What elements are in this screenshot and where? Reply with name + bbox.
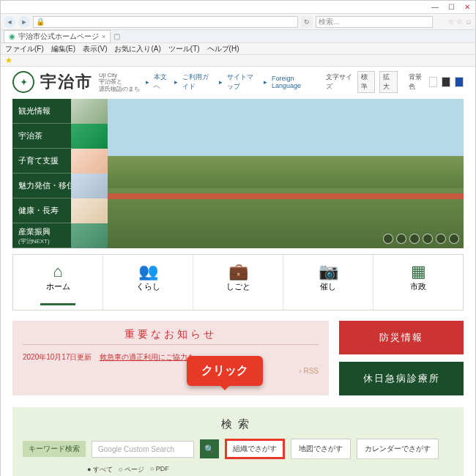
notice-title: 重要なお知らせ: [23, 328, 319, 345]
notice-panel: 重要なお知らせ 2020年10月17日更新 救急車の適正利用にご協力を › RS…: [12, 321, 329, 395]
menu-help[interactable]: ヘルプ(H): [207, 44, 239, 54]
notice-link[interactable]: 救急車の適正利用にご協力を: [100, 352, 195, 362]
menu-edit[interactable]: 編集(E): [51, 44, 75, 54]
disaster-info-button[interactable]: 防災情報: [339, 321, 464, 354]
refresh-button[interactable]: ↻: [301, 16, 313, 28]
font-size-large[interactable]: 拡大: [379, 71, 398, 93]
maximize-button[interactable]: ☐: [443, 1, 459, 13]
tab-home[interactable]: ⌂ホーム: [13, 255, 103, 310]
menu-view[interactable]: 表示(V): [83, 44, 107, 54]
city-logo: ✦: [12, 71, 34, 93]
back-button[interactable]: ◄: [4, 16, 15, 28]
search-by-org-button[interactable]: 組織でさがす: [225, 439, 285, 459]
browser-controls-icon: ☆ ☆ ☺: [436, 18, 472, 26]
keyword-label: キーワード検索: [23, 441, 86, 457]
link-body[interactable]: 本文へ: [154, 72, 170, 92]
tab-living[interactable]: 👥くらし: [103, 255, 193, 310]
rss-link[interactable]: › RSS: [23, 367, 319, 375]
people-icon: 👥: [103, 262, 193, 280]
search-by-map-button[interactable]: 地図でさがす: [291, 439, 351, 459]
browser-tab[interactable]: ◉ 宇治市公式ホームページ ×: [4, 30, 111, 43]
forward-button[interactable]: ►: [18, 16, 30, 28]
radio-pdf[interactable]: PDF: [150, 465, 169, 475]
bg-black[interactable]: [442, 77, 450, 87]
home-icon: ⌂: [13, 262, 103, 280]
search-by-calendar-button[interactable]: カレンダーでさがす: [357, 439, 439, 459]
hero-dot[interactable]: [409, 234, 420, 244]
calendar-icon: ▦: [373, 262, 463, 280]
close-button[interactable]: ✕: [459, 1, 475, 13]
tab-close-icon[interactable]: ×: [102, 33, 105, 40]
sidebar-item-tea[interactable]: 宇治茶: [12, 124, 108, 149]
hero-pause-icon[interactable]: [449, 234, 459, 244]
city-name: 宇治市: [40, 71, 93, 93]
city-subtitle: Uji City 宇治茶と 源氏物語のまち: [99, 72, 140, 93]
click-callout: クリック: [187, 356, 263, 386]
briefcase-icon: 💼: [193, 262, 283, 280]
holiday-clinic-button[interactable]: 休日急病診療所: [339, 362, 464, 395]
hero-image: [108, 99, 464, 248]
hero-next-icon[interactable]: [436, 234, 446, 244]
font-size-label: 文字サイズ: [326, 72, 353, 92]
address-bar[interactable]: 🔒: [33, 16, 298, 28]
search-button[interactable]: 🔍: [200, 439, 219, 458]
search-title: 検索: [23, 417, 453, 431]
search-icon: 🔍: [204, 445, 215, 454]
tab-gov[interactable]: ▦市政: [373, 255, 463, 310]
sidebar-item-tourism[interactable]: 観光情報: [12, 99, 108, 124]
link-language[interactable]: Foreign Language: [272, 75, 316, 89]
favorite-icon[interactable]: ★: [5, 56, 12, 65]
sidebar-item-industry[interactable]: 産業振興(宇治NEXT): [12, 223, 108, 248]
new-tab-button[interactable]: ▢: [114, 32, 120, 40]
sidebar-item-migration[interactable]: 魅力発信・移住定住: [12, 174, 108, 198]
bg-color-label: 背景色: [409, 72, 425, 92]
browser-search-input[interactable]: 検索...: [316, 16, 433, 28]
radio-page[interactable]: ページ: [119, 465, 144, 475]
notice-date: 2020年10月17日更新: [23, 352, 92, 362]
menu-file[interactable]: ファイル(F): [5, 44, 44, 54]
hero-prev-icon[interactable]: [423, 234, 433, 244]
sidebar-item-health[interactable]: 健康・長寿: [12, 198, 108, 223]
bg-blue[interactable]: [455, 77, 464, 87]
bg-white[interactable]: [429, 77, 438, 87]
search-input[interactable]: Google Custom Search: [92, 441, 194, 458]
menu-tools[interactable]: ツール(T): [168, 44, 200, 54]
link-sitemap[interactable]: サイトマップ: [227, 72, 259, 92]
sidebar-item-childcare[interactable]: 子育て支援: [12, 149, 108, 174]
minimize-button[interactable]: —: [427, 1, 443, 13]
tab-events[interactable]: 📷催し: [283, 255, 373, 310]
menu-favorites[interactable]: お気に入り(A): [114, 44, 160, 54]
tab-work[interactable]: 💼しごと: [193, 255, 283, 310]
hero-dot[interactable]: [396, 234, 406, 244]
radio-all[interactable]: すべて: [87, 465, 113, 475]
menu-bar: ファイル(F) 編集(E) 表示(V) お気に入り(A) ツール(T) ヘルプ(…: [1, 43, 475, 55]
font-size-standard[interactable]: 標準: [357, 71, 376, 93]
link-guide[interactable]: ご利用ガイド: [182, 72, 215, 92]
hero-dot[interactable]: [383, 234, 393, 244]
camera-icon: 📷: [283, 262, 373, 280]
tab-title: 宇治市公式ホームページ: [18, 31, 99, 42]
